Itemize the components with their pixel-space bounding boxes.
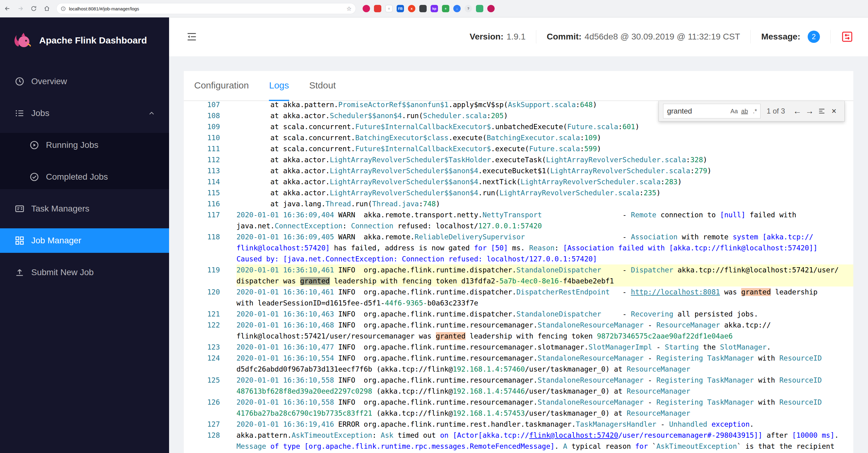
log-line[interactable]: 1242020-01-01 16:36:10,554 INFO org.apac… <box>184 353 853 364</box>
log-line-text[interactable]: 487613bf628f8ed39a20eed2297c0298 (akka.t… <box>237 386 853 397</box>
log-line-text[interactable]: at scala.concurrent.Future$InternalCallb… <box>237 143 853 154</box>
log-line[interactable]: 1192020-01-01 16:36:10,461 INFO org.apac… <box>184 264 853 276</box>
extension-dict[interactable] <box>476 5 483 12</box>
log-line-text[interactable]: Caused by: [java.net.ConnectException: C… <box>237 253 853 264</box>
log-line-text[interactable]: at java.lang.Thread.run(Thread.java:748) <box>237 198 853 209</box>
log-editor[interactable]: 107 at akka.pattern.PromiseActorRef$$ano… <box>184 101 853 453</box>
log-line-text[interactable]: d5dfc26abdd0f967ab73d131eecf7f6b (akka.t… <box>237 364 853 375</box>
sidebar-item-submit-new-job[interactable]: Submit New Job <box>0 260 169 285</box>
message-count-badge[interactable]: 2 <box>808 31 820 43</box>
log-line[interactable]: Message of type [org.apache.flink.runtim… <box>184 441 853 452</box>
log-line-text[interactable]: 2020-01-01 16:36:10,461 INFO org.apache.… <box>237 287 853 297</box>
extension-feishu[interactable]: FB <box>397 5 404 12</box>
log-line-text[interactable]: 2020-01-01 16:36:09,404 WARN akka.remote… <box>237 209 853 220</box>
log-line-text[interactable]: 2020-01-01 16:36:10,463 INFO org.apache.… <box>237 309 853 320</box>
address-bar[interactable]: localhost:8081/#/job-manager/logs ☆ <box>56 3 356 14</box>
log-line[interactable]: 1182020-01-01 16:36:09,405 WARN akka.rem… <box>184 231 853 242</box>
log-line[interactable]: 1202020-01-01 16:36:10,461 INFO org.apac… <box>184 287 853 297</box>
sidebar-item-overview[interactable]: Overview <box>0 69 169 94</box>
log-line[interactable]: 1272020-01-01 16:36:19,416 ERROR org.apa… <box>184 419 853 430</box>
extension-add[interactable]: + <box>442 5 449 12</box>
log-line[interactable]: d5dfc26abdd0f967ab73d131eecf7f6b (akka.t… <box>184 364 853 375</box>
regex-toggle[interactable]: .* <box>750 106 760 117</box>
site-info-icon[interactable] <box>61 6 66 11</box>
sidebar-item-task-managers[interactable]: Task Managers <box>0 196 169 221</box>
log-line[interactable]: flink@localhost:57421/user/resourcemanag… <box>184 330 853 342</box>
log-line[interactable]: 128akka.pattern.AskTimeoutException: Ask… <box>184 430 853 441</box>
log-line-text[interactable]: Message of type [org.apache.flink.runtim… <box>237 441 853 452</box>
log-line[interactable]: 4176ba27ba28c6790c19b7735c83ff21 (akka.t… <box>184 408 853 419</box>
log-line[interactable]: with leaderSessionID=d1615fee-d5f1-44f6-… <box>184 297 853 309</box>
sidebar-item-running-jobs[interactable]: Running Jobs <box>0 133 169 157</box>
log-line-text[interactable]: flink@localhost:57421/user/resourcemanag… <box>237 330 853 342</box>
log-line[interactable]: 115 at akka.actor.LightArrayRevolverSche… <box>184 187 853 198</box>
tab-logs[interactable]: Logs <box>269 71 289 101</box>
extension-blocker[interactable]: x <box>408 5 415 12</box>
log-line-text[interactable]: 2020-01-01 16:36:10,554 INFO org.apache.… <box>237 353 853 364</box>
log-line[interactable]: 1232020-01-01 16:36:10,477 INFO org.apac… <box>184 342 853 353</box>
log-line[interactable]: 116 at java.lang.Thread.run(Thread.java:… <box>184 198 853 209</box>
log-line-text[interactable]: with leaderSessionID=d1615fee-d5f1-44f6-… <box>237 297 853 309</box>
log-line-text[interactable]: actor didn't send a reply. <box>237 452 853 453</box>
extension-molecule[interactable] <box>363 5 370 12</box>
tab-stdout[interactable]: Stdout <box>309 71 336 101</box>
url-text[interactable]: localhost:8081/#/job-manager/logs <box>69 6 139 11</box>
log-line[interactable]: 111 at scala.concurrent.Future$InternalC… <box>184 143 853 154</box>
find-query-text[interactable]: granted <box>667 107 729 116</box>
log-line-text[interactable]: at akka.actor.LightArrayRevolverSchedule… <box>237 154 853 165</box>
log-line-text[interactable]: 2020-01-01 16:36:10,558 INFO org.apache.… <box>237 375 853 386</box>
whole-word-toggle[interactable]: ab <box>739 106 750 117</box>
back-button[interactable] <box>2 3 13 14</box>
log-line-text[interactable]: at scala.concurrent.Future$InternalCallb… <box>237 121 853 132</box>
extension-battery[interactable] <box>419 5 427 12</box>
find-next-button[interactable]: → <box>803 105 816 117</box>
bookmark-star-icon[interactable]: ☆ <box>346 5 351 12</box>
extension-help[interactable]: ? <box>465 5 472 12</box>
log-line-text[interactable]: 2020-01-01 16:36:10,461 INFO org.apache.… <box>237 264 853 276</box>
log-line-text[interactable]: 4176ba27ba28c6790c19b7735c83ff21 (akka.t… <box>237 408 853 419</box>
log-line-text[interactable]: java.net.ConnectException: Connection re… <box>237 220 853 231</box>
log-content[interactable]: 107 at akka.pattern.PromiseActorRef$$ano… <box>184 101 853 453</box>
log-line[interactable]: 1212020-01-01 16:36:10,463 INFO org.apac… <box>184 309 853 320</box>
log-line-text[interactable]: at scala.concurrent.BatchingExecutor$cla… <box>237 132 853 143</box>
home-button[interactable] <box>41 3 53 14</box>
sidebar-item-jobs[interactable]: Jobs <box>0 101 169 126</box>
log-line-text[interactable]: 2020-01-01 16:36:19,416 ERROR org.apache… <box>237 419 853 430</box>
log-line[interactable]: 1222020-01-01 16:36:10,468 INFO org.apac… <box>184 320 853 330</box>
extension-notes[interactable]: = <box>385 5 393 12</box>
find-previous-button[interactable]: ← <box>791 105 803 117</box>
log-line-text[interactable]: 2020-01-01 16:36:09,405 WARN akka.remote… <box>237 231 853 242</box>
log-line[interactable]: 109 at scala.concurrent.Future$InternalC… <box>184 121 853 132</box>
log-line[interactable]: 1172020-01-01 16:36:09,404 WARN akka.rem… <box>184 209 853 220</box>
log-line[interactable]: flink@localhost:57420] has failed, addre… <box>184 242 853 253</box>
log-line[interactable]: java.net.ConnectException: Connection re… <box>184 220 853 231</box>
log-line-text[interactable]: at akka.actor.LightArrayRevolverSchedule… <box>237 165 853 176</box>
log-line[interactable]: dispatcher was granted leadership with f… <box>184 276 853 287</box>
profile-avatar[interactable] <box>487 5 495 12</box>
log-line[interactable]: 110 at scala.concurrent.BatchingExecutor… <box>184 132 853 143</box>
reload-button[interactable] <box>28 3 39 14</box>
sidebar-item-job-manager[interactable]: Job Manager <box>0 228 169 253</box>
log-line[interactable]: 1252020-01-01 16:36:10,558 INFO org.apac… <box>184 375 853 386</box>
log-line[interactable]: 114 at akka.actor.LightArrayRevolverSche… <box>184 176 853 187</box>
extension-kp[interactable]: kp <box>431 5 438 12</box>
log-line-text[interactable]: 2020-01-01 16:36:10,477 INFO org.apache.… <box>237 342 853 353</box>
log-line[interactable]: 487613bf628f8ed39a20eed2297c0298 (akka.t… <box>184 386 853 397</box>
log-line[interactable]: 112 at akka.actor.LightArrayRevolverSche… <box>184 154 853 165</box>
log-line[interactable]: 1262020-01-01 16:36:10,558 INFO org.apac… <box>184 397 853 408</box>
log-line-text[interactable]: dispatcher was granted leadership with f… <box>237 276 853 287</box>
sidebar-item-completed-jobs[interactable]: Completed Jobs <box>0 165 169 189</box>
log-line-text[interactable]: 2020-01-01 16:36:10,468 INFO org.apache.… <box>237 320 853 330</box>
alert-swap-icon[interactable] <box>841 31 853 43</box>
find-in-selection-button[interactable] <box>816 105 828 117</box>
log-line-text[interactable]: at akka.actor.LightArrayRevolverSchedule… <box>237 176 853 187</box>
log-line-text[interactable]: at akka.actor.LightArrayRevolverSchedule… <box>237 187 853 198</box>
log-line-text[interactable]: akka.pattern.AskTimeoutException: Ask ti… <box>237 430 853 441</box>
find-close-button[interactable]: × <box>828 105 840 117</box>
menu-fold-icon[interactable] <box>186 31 197 42</box>
log-line-text[interactable]: 2020-01-01 16:36:10,558 INFO org.apache.… <box>237 397 853 408</box>
log-line[interactable]: actor didn't send a reply. <box>184 452 853 453</box>
match-case-toggle[interactable]: Aa <box>729 106 739 117</box>
extension-download[interactable]: ↓ <box>453 5 461 12</box>
log-line-text[interactable]: flink@localhost:57420] has failed, addre… <box>237 242 853 253</box>
